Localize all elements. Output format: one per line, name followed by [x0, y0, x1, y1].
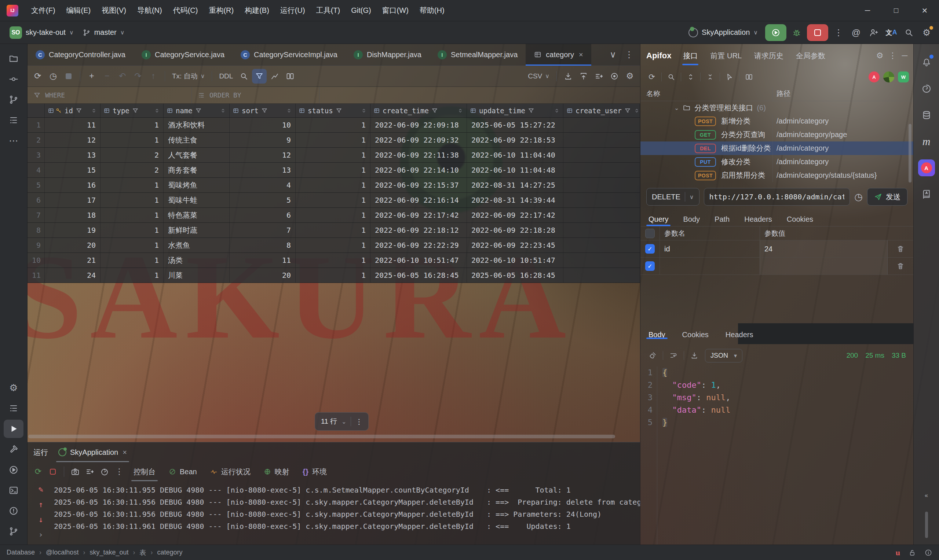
- row-number[interactable]: 10: [28, 253, 45, 268]
- table-cell[interactable]: 8: [230, 238, 296, 252]
- refresh-icon[interactable]: ⟳: [645, 70, 659, 84]
- terminal-tool-icon[interactable]: [4, 481, 23, 500]
- commit-tool-icon[interactable]: [4, 70, 23, 88]
- table-cell[interactable]: 10: [230, 118, 296, 132]
- git-tool-icon[interactable]: [4, 522, 23, 541]
- translate-icon[interactable]: 文A: [884, 25, 899, 40]
- row-number[interactable]: 6: [28, 193, 45, 208]
- response-tab[interactable]: Cookies: [682, 331, 709, 339]
- apifox-more-icon[interactable]: ⋮: [888, 51, 896, 60]
- soft-wrap-icon[interactable]: [666, 349, 680, 363]
- table-cell[interactable]: 1: [100, 268, 163, 283]
- table-cell[interactable]: 蜀味牛蛙: [163, 193, 230, 208]
- column-header[interactable]: status: [296, 104, 370, 117]
- row-number[interactable]: 9: [28, 238, 45, 252]
- console-tab[interactable]: 控制台: [127, 462, 162, 481]
- method-selector[interactable]: DELETE ∨: [646, 188, 700, 206]
- table-cell[interactable]: 5: [230, 193, 296, 208]
- search-everywhere-icon[interactable]: [902, 25, 916, 40]
- table-cell[interactable]: 21: [45, 253, 100, 268]
- update-indicator-icon[interactable]: u: [896, 548, 900, 557]
- table-cell[interactable]: [563, 268, 640, 283]
- row-number[interactable]: 11: [28, 268, 45, 283]
- preview-icon[interactable]: [607, 69, 622, 83]
- code-with-me-icon[interactable]: [867, 25, 881, 40]
- table-cell[interactable]: 2022-06-09 22:18:28: [467, 223, 563, 237]
- request-tab[interactable]: Query: [648, 212, 669, 226]
- thread-dump-icon[interactable]: [68, 465, 82, 478]
- table-cell[interactable]: 1: [296, 133, 370, 147]
- table-cell[interactable]: 特色蒸菜: [163, 208, 230, 223]
- table-row[interactable]: 2121传统主食912022-06-09 22:09:322022-06-09 …: [28, 133, 640, 148]
- table-row[interactable]: 4152商务套餐1312022-06-09 22:14:102022-06-10…: [28, 163, 640, 178]
- table-cell[interactable]: 2022-06-09 22:17:42: [370, 208, 467, 223]
- apifox-settings-icon[interactable]: ⚙: [876, 51, 883, 60]
- run-tab[interactable]: SkyApplication ×: [56, 442, 129, 462]
- tx-mode-selector[interactable]: Tx: 自动 ∨: [169, 71, 208, 81]
- breadcrumb-item[interactable]: 表: [139, 548, 146, 557]
- param-name[interactable]: [660, 258, 760, 274]
- menu-item[interactable]: 工具(T): [311, 2, 346, 19]
- database-tool-icon[interactable]: [917, 106, 936, 124]
- project-widget[interactable]: SO sky-take-out ∨: [5, 24, 78, 42]
- column-header[interactable]: sort: [230, 104, 296, 117]
- table-cell[interactable]: 2022-06-09 22:09:18: [370, 118, 467, 132]
- editor-tab[interactable]: IDishMapper.java: [345, 44, 430, 65]
- table-cell[interactable]: 1: [100, 253, 163, 268]
- table-cell[interactable]: 蜀味烤鱼: [163, 178, 230, 192]
- structure-tool-icon[interactable]: [4, 111, 23, 129]
- table-cell[interactable]: 2: [100, 148, 163, 162]
- table-cell[interactable]: 2022-06-09 22:23:45: [467, 238, 563, 252]
- expand-all-icon[interactable]: [684, 70, 698, 84]
- minimize-icon[interactable]: ─: [853, 0, 882, 21]
- table-cell[interactable]: 12: [230, 148, 296, 162]
- table-cell[interactable]: 15: [45, 163, 100, 177]
- row-number[interactable]: 7: [28, 208, 45, 223]
- editor-tab[interactable]: ISetmealMapper.java: [430, 44, 526, 65]
- ddl-button[interactable]: DDL: [216, 72, 236, 80]
- soft-wrap-icon[interactable]: ✎: [38, 485, 43, 494]
- table-cell[interactable]: 1: [100, 178, 163, 192]
- menu-item[interactable]: 文件(F): [26, 2, 61, 19]
- ai-assistant-icon[interactable]: @: [849, 25, 863, 40]
- table-cell[interactable]: 2022-08-31 14:39:44: [467, 193, 563, 208]
- column-header[interactable]: type: [100, 104, 163, 117]
- table-cell[interactable]: 1: [100, 193, 163, 208]
- refresh-icon[interactable]: ⟳: [31, 69, 45, 83]
- services-tool-icon[interactable]: [4, 461, 23, 479]
- request-tab[interactable]: Cookies: [786, 212, 814, 226]
- export-icon[interactable]: [561, 69, 575, 83]
- table-row[interactable]: 11241川菜2012025-06-05 16:28:452025-06-05 …: [28, 268, 640, 283]
- table-cell[interactable]: 13: [45, 148, 100, 162]
- table-cell[interactable]: 6: [230, 208, 296, 223]
- row-number[interactable]: 2: [28, 133, 45, 147]
- table-cell[interactable]: 人气套餐: [163, 148, 230, 162]
- table-cell[interactable]: 汤类: [163, 253, 230, 268]
- table-cell[interactable]: 1: [296, 208, 370, 223]
- table-cell[interactable]: 19: [45, 223, 100, 237]
- table-cell[interactable]: 2025-06-05 15:27:22: [467, 118, 563, 132]
- search-icon[interactable]: [664, 70, 678, 84]
- column-header[interactable]: update_time: [467, 104, 563, 117]
- table-cell[interactable]: 7: [230, 223, 296, 237]
- table-cell[interactable]: 2025-06-05 16:28:45: [467, 268, 563, 283]
- table-cell[interactable]: 1: [296, 223, 370, 237]
- table-cell[interactable]: [563, 253, 640, 268]
- table-cell[interactable]: 2022-06-09 22:11:38: [370, 148, 467, 162]
- table-cell[interactable]: 1: [296, 148, 370, 162]
- export-format-selector[interactable]: CSV ∨: [525, 72, 552, 80]
- format-selector[interactable]: JSON ▾: [705, 349, 742, 363]
- checkbox[interactable]: ✓: [645, 261, 655, 271]
- table-cell[interactable]: 1: [296, 193, 370, 208]
- plugin-icon[interactable]: [883, 71, 894, 83]
- collapsed-tool-stripe[interactable]: [925, 512, 928, 538]
- ai-assistant-tool-icon[interactable]: [917, 80, 936, 98]
- table-cell[interactable]: 2022-06-09 22:22:29: [370, 238, 467, 252]
- param-name[interactable]: id: [660, 240, 760, 257]
- table-cell[interactable]: 1: [100, 238, 163, 252]
- more-icon[interactable]: ⋮: [831, 25, 846, 40]
- table-cell[interactable]: 1: [296, 268, 370, 283]
- import-icon[interactable]: [576, 69, 591, 83]
- table-cell[interactable]: 24: [45, 268, 100, 283]
- table-cell[interactable]: 2022-06-10 11:04:48: [467, 163, 563, 177]
